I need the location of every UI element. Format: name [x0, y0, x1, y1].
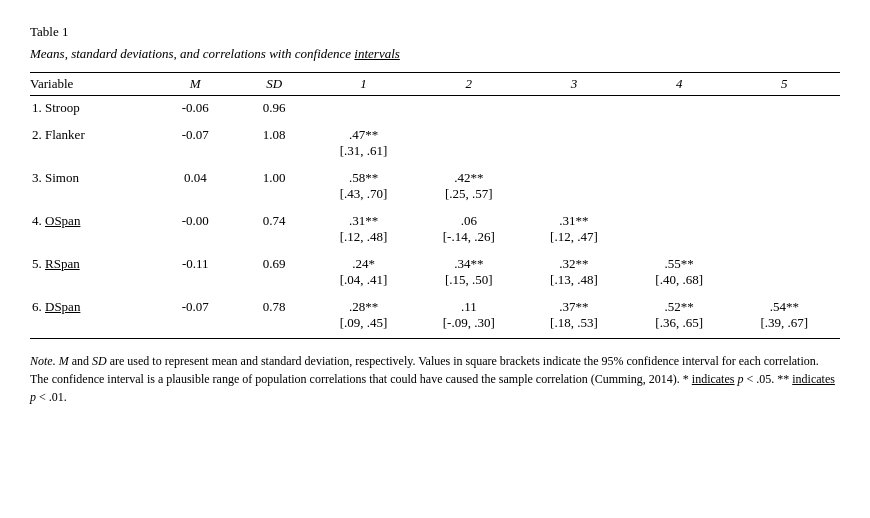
cell-corr-3 — [524, 166, 629, 203]
cell-sd: 0.74 — [240, 209, 314, 246]
cell-sd: 0.69 — [240, 252, 314, 289]
cell-m: -0.06 — [156, 96, 240, 118]
cell-corr-5 — [735, 166, 840, 203]
cell-corr-2 — [419, 123, 524, 160]
cell-variable: 3. Simon — [30, 166, 156, 203]
cell-corr-4: .55**[.40, .68] — [630, 252, 735, 289]
cell-corr-3 — [524, 123, 629, 160]
table-header-row: Variable M SD 1 2 3 4 5 — [30, 73, 840, 96]
cell-corr-5 — [735, 252, 840, 289]
cell-corr-2: .42**[.25, .57] — [419, 166, 524, 203]
cell-m: -0.07 — [156, 123, 240, 160]
cell-m: -0.07 — [156, 295, 240, 332]
table-note: Note. M and SD are used to represent mea… — [30, 352, 840, 406]
cell-corr-5 — [735, 123, 840, 160]
cell-corr-3 — [524, 96, 629, 118]
header-sd: SD — [240, 73, 314, 96]
table-footer-border — [30, 338, 840, 342]
cell-corr-1: .28**[.09, .45] — [314, 295, 419, 332]
table-title: Means, standard deviations, and correlat… — [30, 46, 840, 62]
header-col1: 1 — [314, 73, 419, 96]
cell-corr-1: .31**[.12, .48] — [314, 209, 419, 246]
header-col3: 3 — [524, 73, 629, 96]
table-row: 4. OSpan-0.000.74.31**[.12, .48].06[-.14… — [30, 209, 840, 246]
data-table: Variable M SD 1 2 3 4 5 1. Stroop-0.060.… — [30, 72, 840, 342]
cell-variable: 5. RSpan — [30, 252, 156, 289]
cell-m: -0.00 — [156, 209, 240, 246]
cell-variable: 1. Stroop — [30, 96, 156, 118]
cell-corr-3: .32**[.13, .48] — [524, 252, 629, 289]
cell-sd: 0.96 — [240, 96, 314, 118]
table-row: 3. Simon0.041.00.58**[.43, .70].42**[.25… — [30, 166, 840, 203]
cell-variable: 2. Flanker — [30, 123, 156, 160]
cell-corr-2 — [419, 96, 524, 118]
cell-sd: 0.78 — [240, 295, 314, 332]
cell-corr-4: .52**[.36, .65] — [630, 295, 735, 332]
cell-corr-5 — [735, 96, 840, 118]
cell-corr-4 — [630, 166, 735, 203]
cell-corr-4 — [630, 96, 735, 118]
cell-corr-3: .37**[.18, .53] — [524, 295, 629, 332]
cell-corr-2: .06[-.14, .26] — [419, 209, 524, 246]
cell-m: 0.04 — [156, 166, 240, 203]
cell-corr-1: .24*[.04, .41] — [314, 252, 419, 289]
header-m: M — [156, 73, 240, 96]
cell-m: -0.11 — [156, 252, 240, 289]
cell-corr-2: .11[-.09, .30] — [419, 295, 524, 332]
header-col4: 4 — [630, 73, 735, 96]
cell-corr-4 — [630, 123, 735, 160]
table-row: 5. RSpan-0.110.69.24*[.04, .41].34**[.15… — [30, 252, 840, 289]
table-row: 6. DSpan-0.070.78.28**[.09, .45].11[-.09… — [30, 295, 840, 332]
cell-variable: 6. DSpan — [30, 295, 156, 332]
cell-corr-1: .58**[.43, .70] — [314, 166, 419, 203]
table-row: 2. Flanker-0.071.08.47**[.31, .61] — [30, 123, 840, 160]
header-col2: 2 — [419, 73, 524, 96]
cell-sd: 1.08 — [240, 123, 314, 160]
cell-corr-3: .31**[.12, .47] — [524, 209, 629, 246]
cell-corr-1: .47**[.31, .61] — [314, 123, 419, 160]
cell-corr-2: .34**[.15, .50] — [419, 252, 524, 289]
table-label: Table 1 — [30, 24, 840, 40]
cell-variable: 4. OSpan — [30, 209, 156, 246]
header-variable: Variable — [30, 73, 156, 96]
table-row: 1. Stroop-0.060.96 — [30, 96, 840, 118]
cell-corr-5 — [735, 209, 840, 246]
header-col5: 5 — [735, 73, 840, 96]
cell-corr-1 — [314, 96, 419, 118]
cell-sd: 1.00 — [240, 166, 314, 203]
cell-corr-5: .54**[.39, .67] — [735, 295, 840, 332]
cell-corr-4 — [630, 209, 735, 246]
